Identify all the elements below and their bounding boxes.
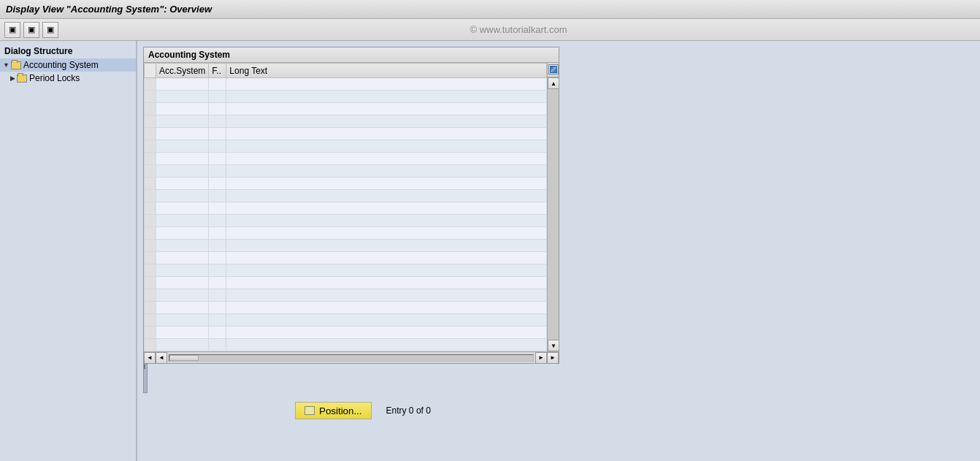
toolbar: ▣ ▣ ▣ © www.tutorialkart.com (0, 19, 980, 41)
hscroll-track[interactable] (169, 354, 534, 362)
table-settings-button[interactable] (548, 64, 559, 75)
title-bar: Display View "Accounting System": Overvi… (0, 0, 980, 19)
row-num (145, 165, 156, 178)
table-row[interactable] (145, 153, 547, 165)
row-num (145, 264, 156, 277)
row-num (145, 227, 156, 240)
sidebar-item-accounting-system[interactable]: ▼ Accounting System (0, 58, 136, 72)
scroll-up-button[interactable]: ▲ (548, 77, 559, 89)
table-row[interactable] (145, 103, 547, 115)
scroll-down-button[interactable]: ▼ (548, 340, 559, 351)
table-row[interactable] (145, 215, 547, 227)
row-num (145, 190, 156, 202)
table-row[interactable] (145, 202, 547, 215)
row-num (145, 103, 156, 115)
footer-area: Position... Entry 0 of 0 (289, 393, 974, 428)
title-text: Display View "Accounting System": Overvi… (6, 4, 212, 15)
row-num (145, 339, 156, 351)
table-row[interactable] (145, 190, 547, 202)
table-row[interactable] (145, 252, 547, 264)
data-table: Acc.System F.. Long Text (144, 63, 547, 351)
main-area: Dialog Structure ▼ Accounting System ▶ P… (0, 41, 980, 461)
position-button-label: Position... (319, 405, 362, 416)
row-num (145, 91, 156, 103)
resize-handle[interactable] (143, 364, 148, 393)
row-num (145, 302, 156, 314)
table-row[interactable] (145, 78, 547, 91)
table-row[interactable] (145, 277, 547, 289)
sidebar-item-period-locks[interactable]: ▶ Period Locks (0, 72, 136, 85)
folder-icon-period (17, 74, 27, 83)
row-num (145, 78, 156, 91)
content-area: Accounting System Acc.System F. (137, 41, 980, 461)
col-header-f: F.. (209, 64, 226, 78)
period-arrow: ▶ (10, 75, 15, 82)
resize-dot-3 (144, 367, 145, 369)
entry-count-text: Entry 0 of 0 (386, 405, 431, 416)
row-num (145, 327, 156, 339)
row-num (145, 202, 156, 215)
folder-icon-accounting (11, 61, 21, 69)
vertical-scrollbar: ▲ ▼ (547, 63, 559, 351)
table-row[interactable] (145, 227, 547, 240)
sidebar: Dialog Structure ▼ Accounting System ▶ P… (0, 41, 137, 461)
table-row[interactable] (145, 339, 547, 351)
table-row[interactable] (145, 128, 547, 140)
table-row[interactable] (145, 115, 547, 128)
position-button[interactable]: Position... (295, 402, 372, 419)
sidebar-item-label-accounting: Accounting System (23, 60, 99, 70)
sidebar-item-label-period: Period Locks (29, 73, 80, 83)
table-row[interactable] (145, 178, 547, 190)
scroll-left-prev-button[interactable]: ◄ (144, 352, 156, 364)
table-row[interactable] (145, 140, 547, 153)
row-num (145, 128, 156, 140)
hscroll-thumb[interactable] (169, 355, 199, 361)
expand-arrow: ▼ (3, 61, 9, 69)
table-row[interactable] (145, 165, 547, 178)
col-header-long-text: Long Text (226, 64, 547, 78)
col-header-acc-system: Acc.System (156, 64, 209, 78)
table-row[interactable] (145, 91, 547, 103)
toolbar-button-1[interactable]: ▣ (4, 22, 20, 38)
sidebar-title: Dialog Structure (0, 44, 136, 58)
row-num (145, 153, 156, 165)
table-panel-header: Accounting System (144, 47, 559, 63)
row-num (145, 314, 156, 327)
row-num (145, 178, 156, 190)
scroll-right-next-button[interactable]: ► (547, 352, 559, 364)
toolbar-button-3[interactable]: ▣ (42, 22, 58, 38)
row-num-header (145, 64, 156, 78)
scroll-right-button[interactable]: ► (535, 352, 547, 364)
table-row[interactable] (145, 240, 547, 252)
toolbar-button-2[interactable]: ▣ (23, 22, 39, 38)
position-icon (305, 406, 315, 415)
row-num (145, 277, 156, 289)
row-num (145, 240, 156, 252)
row-num (145, 252, 156, 264)
row-num (145, 115, 156, 128)
row-num (145, 215, 156, 227)
table-row[interactable] (145, 314, 547, 327)
table-row[interactable] (145, 327, 547, 339)
row-num (145, 140, 156, 153)
table-row[interactable] (145, 302, 547, 314)
row-num (145, 289, 156, 302)
table-panel: Accounting System Acc.System F. (143, 47, 559, 364)
watermark: © www.tutorialkart.com (61, 24, 976, 35)
table-row[interactable] (145, 289, 547, 302)
scroll-track-vertical[interactable] (548, 89, 559, 340)
horizontal-scrollbar: ◄ ◄ ► ► (144, 351, 559, 363)
table-row[interactable] (145, 264, 547, 277)
scroll-left-button[interactable]: ◄ (156, 352, 167, 364)
